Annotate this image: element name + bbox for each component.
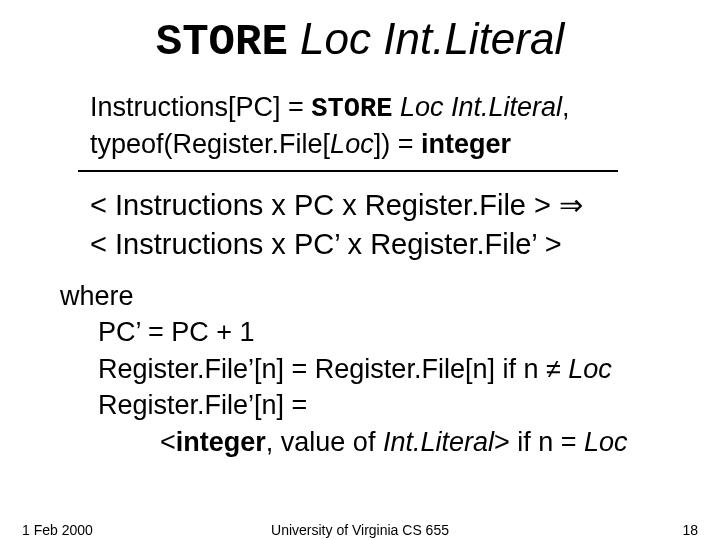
premise1-text-a: Instructions[PC] = xyxy=(90,92,311,122)
where4-text-b: , value of xyxy=(266,427,383,457)
slide-title: STORE Loc Int.Literal xyxy=(0,14,720,67)
title-keyword: STORE xyxy=(156,17,288,67)
premise1-text-b xyxy=(392,92,400,122)
equal-symbol: = xyxy=(561,427,577,457)
where2-loc: Loc xyxy=(568,354,612,384)
where4-text-c: > if n xyxy=(494,427,561,457)
inference-rule-line xyxy=(78,170,618,172)
premise1-loc: Loc xyxy=(400,92,444,122)
premise1-text-d: , xyxy=(562,92,570,122)
where4-integer: integer xyxy=(176,427,266,457)
title-literal: Int.Literal xyxy=(383,14,564,63)
where4-text-a: < xyxy=(160,427,176,457)
where-line-2: Register.File’[n] = Register.File[n] if … xyxy=(60,351,680,387)
conclusion-line-1: < Instructions x PC x Register.File > ⇒ xyxy=(90,186,650,225)
footer-center: University of Virginia CS 655 xyxy=(0,522,720,538)
premise2-loc: Loc xyxy=(330,129,374,159)
title-loc: Loc xyxy=(300,14,371,63)
premise2-text-b: ]) = xyxy=(374,129,421,159)
premise-line-2: typeof(Register.File[Loc]) = integer xyxy=(90,127,650,162)
where-line-3: Register.File’[n] = xyxy=(60,387,680,423)
where4-text-d xyxy=(577,427,585,457)
where-block: where PC’ = PC + 1 Register.File’[n] = R… xyxy=(60,278,680,460)
where-line-1: PC’ = PC + 1 xyxy=(60,314,680,350)
premise1-literal: Int.Literal xyxy=(451,92,562,122)
not-equal-symbol: ≠ xyxy=(546,354,561,384)
premise1-text-c xyxy=(443,92,451,122)
premise1-keyword: STORE xyxy=(311,94,392,124)
slide-number: 18 xyxy=(682,522,698,538)
conclusion-line-2: < Instructions x PC’ x Register.File’ > xyxy=(90,225,650,264)
slide: STORE Loc Int.Literal Instructions[PC] =… xyxy=(0,0,720,540)
where-label: where xyxy=(60,281,134,311)
premise-block: Instructions[PC] = STORE Loc Int.Literal… xyxy=(90,90,650,162)
conclusion-block: < Instructions x PC x Register.File > ⇒ … xyxy=(90,186,650,264)
premise2-integer: integer xyxy=(421,129,511,159)
where4-literal: Int.Literal xyxy=(383,427,494,457)
premise-line-1: Instructions[PC] = STORE Loc Int.Literal… xyxy=(90,90,650,127)
where2-text-a: Register.File’[n] = Register.File[n] if … xyxy=(98,354,546,384)
where-line-4: <integer, value of Int.Literal> if n = L… xyxy=(60,424,680,460)
where4-loc: Loc xyxy=(584,427,628,457)
premise2-text-a: typeof(Register.File[ xyxy=(90,129,330,159)
